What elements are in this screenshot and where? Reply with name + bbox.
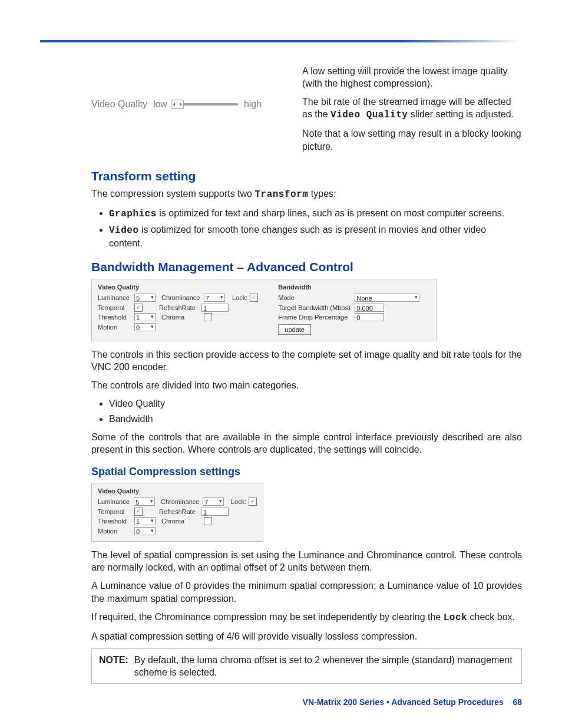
slider-track bbox=[173, 103, 238, 106]
sp-chrominance-select[interactable]: 7 bbox=[203, 498, 224, 506]
motion-label: Motion bbox=[98, 323, 134, 332]
text-fragment: is optimized for text and sharp lines, s… bbox=[157, 208, 505, 218]
sp-threshold-label: Threshold bbox=[98, 517, 134, 526]
update-button[interactable]: update bbox=[278, 324, 311, 335]
sp-luminance-row: Luminance 5 Chrominance 7 Lock: ✓ bbox=[98, 498, 257, 506]
lock-label: Lock: bbox=[232, 294, 247, 302]
refreshrate-input[interactable]: 1 bbox=[201, 304, 229, 312]
frame-drop-row: Frame Drop Percentage 0 bbox=[278, 313, 430, 322]
sp-temporal-checkbox[interactable]: ✓ bbox=[134, 508, 143, 516]
video-quality-title: Video Quality bbox=[98, 283, 258, 292]
note-label: NOTE: bbox=[99, 654, 128, 678]
motion-row: Motion 0 bbox=[98, 323, 258, 332]
slider-thumb-icon bbox=[171, 100, 184, 109]
target-bandwidth-input[interactable]: 0.000 bbox=[355, 304, 384, 312]
bandwidth-management-panel: Video Quality Luminance 5 Chrominance 7 … bbox=[91, 279, 437, 342]
video-mono: Video bbox=[109, 225, 139, 236]
mode-label: Mode bbox=[278, 294, 355, 302]
sp-luminance-label: Luminance bbox=[98, 498, 134, 506]
motion-select[interactable]: 0 bbox=[134, 323, 156, 331]
video-quality-slider-figure: Video Quality low high bbox=[91, 98, 292, 110]
bwm-paragraph-2: The controls are divided into two main c… bbox=[91, 379, 522, 391]
sp-lock-checkbox[interactable]: ✓ bbox=[249, 498, 257, 506]
threshold-row: Threshold 1 Chroma bbox=[98, 313, 258, 322]
heading-spatial-compression: Spatial Compression settings bbox=[91, 465, 522, 479]
lock-checkbox[interactable]: ✓ bbox=[250, 294, 258, 302]
slider-figure-container: Video Quality low high bbox=[91, 65, 292, 110]
sp-temporal-row: Temporal ✓ RefreshRate 1 bbox=[98, 508, 257, 516]
desc-paragraph-3: Note that a low setting may result in a … bbox=[302, 127, 522, 152]
heading-transform-setting: Transform setting bbox=[91, 168, 522, 185]
sp-chroma-label: Chroma bbox=[161, 517, 204, 526]
video-quality-slider-section: Video Quality low high A low setting wil… bbox=[91, 65, 522, 159]
transform-mono: Transform bbox=[254, 189, 308, 200]
page: Video Quality low high A low setting wil… bbox=[0, 0, 562, 728]
text-fragment: check box. bbox=[467, 612, 515, 622]
sp-chrominance-label: Chrominance bbox=[161, 498, 203, 506]
mode-select[interactable]: None bbox=[355, 294, 419, 302]
sp-motion-label: Motion bbox=[98, 527, 134, 536]
footer-series: VN-Matrix 200 Series bbox=[303, 697, 386, 707]
lock-mono: Lock bbox=[444, 612, 467, 623]
video-quality-column: Video Quality Luminance 5 Chrominance 7 … bbox=[98, 283, 258, 337]
sp-luminance-select[interactable]: 5 bbox=[134, 498, 155, 506]
temporal-checkbox[interactable]: ✓ bbox=[134, 304, 143, 312]
chroma-checkbox[interactable] bbox=[204, 313, 212, 321]
note-box: NOTE: By default, the luma chroma offset… bbox=[91, 648, 522, 684]
sp-chroma-checkbox[interactable] bbox=[204, 517, 212, 525]
sp-motion-row: Motion 0 bbox=[98, 527, 257, 536]
slider-title: Video Quality bbox=[91, 98, 147, 110]
slider-high-label: high bbox=[244, 98, 262, 110]
spatial-paragraph-2: A Luminance value of 0 provides the mini… bbox=[91, 579, 522, 604]
threshold-label: Threshold bbox=[98, 313, 134, 322]
chrominance-select[interactable]: 7 bbox=[204, 294, 225, 302]
spatial-compression-panel: Video Quality Luminance 5 Chrominance 7 … bbox=[91, 483, 263, 542]
list-item: Graphics is optimized for text and sharp… bbox=[109, 207, 522, 220]
footer-page-number: 68 bbox=[513, 697, 522, 707]
refreshrate-label: RefreshRate bbox=[159, 304, 201, 312]
spatial-paragraph-1: The level of spatial compression is set … bbox=[91, 549, 522, 574]
footer-bullet: • bbox=[386, 697, 391, 707]
sp-refreshrate-input[interactable]: 1 bbox=[201, 508, 229, 516]
sp-threshold-row: Threshold 1 Chroma bbox=[98, 517, 257, 526]
luminance-row: Luminance 5 Chrominance 7 Lock: ✓ bbox=[98, 294, 258, 302]
mode-row: Mode None bbox=[278, 294, 430, 302]
bwm-categories-list: Video Quality Bandwidth bbox=[91, 397, 522, 424]
temporal-row: Temporal ✓ RefreshRate 1 bbox=[98, 304, 258, 312]
text-fragment: is optimized for smooth tone changes suc… bbox=[109, 225, 486, 248]
chrominance-label: Chrominance bbox=[161, 294, 204, 302]
target-bandwidth-label: Target Bandwidth (Mbps) bbox=[278, 304, 355, 312]
text-fragment: The compression system supports two bbox=[91, 189, 254, 199]
page-footer: VN-Matrix 200 Series • Advanced Setup Pr… bbox=[0, 697, 522, 707]
text-fragment: slider setting is adjusted. bbox=[408, 109, 514, 119]
luminance-select[interactable]: 5 bbox=[134, 294, 156, 302]
sp-threshold-select[interactable]: 1 bbox=[134, 517, 156, 525]
bwm-paragraph-1: The controls in this section provide acc… bbox=[91, 348, 522, 373]
chroma-label: Chroma bbox=[161, 313, 204, 322]
text-fragment: types: bbox=[308, 189, 336, 199]
graphics-mono: Graphics bbox=[109, 209, 157, 219]
desc-paragraph-2: The bit rate of the streamed image will … bbox=[302, 95, 522, 121]
slider-low-label: low bbox=[153, 98, 167, 110]
list-item: Video is optimized for smooth tone chang… bbox=[109, 223, 522, 249]
spatial-paragraph-3: If required, the Chrominance compression… bbox=[91, 611, 522, 624]
sp-refreshrate-label: RefreshRate bbox=[159, 508, 201, 516]
spatial-video-quality-title: Video Quality bbox=[98, 487, 257, 496]
update-row: update bbox=[278, 324, 430, 335]
sp-temporal-label: Temporal bbox=[98, 508, 134, 516]
heading-bandwidth-management: Bandwidth Management – Advanced Control bbox=[91, 259, 522, 275]
list-item: Video Quality bbox=[109, 397, 522, 410]
desc-paragraph-1: A low setting will provide the lowest im… bbox=[302, 65, 522, 90]
sp-motion-select[interactable]: 0 bbox=[134, 527, 156, 535]
bwm-paragraph-3: Some of the controls that are available … bbox=[91, 431, 522, 456]
frame-drop-input[interactable]: 0 bbox=[355, 313, 384, 321]
bandwidth-column: Bandwidth Mode None Target Bandwidth (Mb… bbox=[278, 283, 430, 337]
slider-description: A low setting will provide the lowest im… bbox=[302, 65, 522, 159]
note-body: By default, the luma chroma offset is se… bbox=[134, 654, 514, 678]
page-content: Video Quality low high A low setting wil… bbox=[91, 65, 522, 684]
threshold-select[interactable]: 1 bbox=[134, 313, 156, 321]
sp-lock-label: Lock: bbox=[231, 498, 246, 506]
transform-intro: The compression system supports two Tran… bbox=[91, 187, 522, 201]
footer-section: Advanced Setup Procedures bbox=[391, 697, 504, 707]
frame-drop-label: Frame Drop Percentage bbox=[278, 313, 355, 322]
